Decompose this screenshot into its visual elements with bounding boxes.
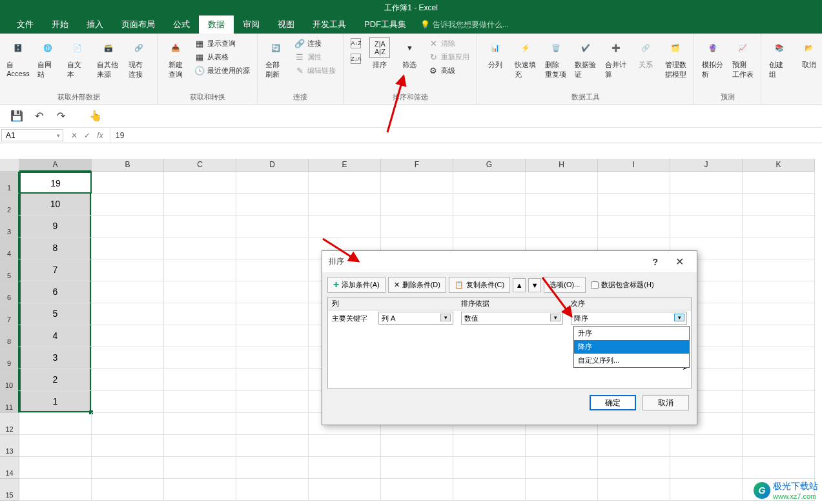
cell[interactable] bbox=[92, 259, 164, 281]
cell[interactable] bbox=[743, 259, 815, 281]
edit-links-button[interactable]: ✎编辑链接 bbox=[293, 65, 338, 76]
cell[interactable] bbox=[670, 457, 743, 479]
order-option-desc[interactable]: 降序 bbox=[574, 340, 689, 354]
cancel-formula-button[interactable]: ✕ bbox=[68, 131, 80, 140]
cell[interactable]: 8 bbox=[19, 237, 92, 259]
cell[interactable] bbox=[670, 172, 743, 194]
cell[interactable] bbox=[92, 479, 164, 501]
cell[interactable] bbox=[236, 281, 309, 303]
cell[interactable] bbox=[670, 479, 743, 501]
cell[interactable] bbox=[743, 391, 815, 413]
dialog-help-button[interactable]: ? bbox=[652, 257, 658, 267]
cell[interactable]: 2 bbox=[19, 369, 92, 391]
cell[interactable] bbox=[236, 194, 309, 216]
tab-data[interactable]: 数据 bbox=[199, 15, 234, 34]
connections-button[interactable]: 🔗连接 bbox=[293, 37, 338, 49]
sort-button[interactable]: Z|AA|Z排序 bbox=[367, 36, 393, 71]
group-button[interactable]: 📚创建组 bbox=[766, 36, 792, 81]
new-query-button[interactable]: 📥新建 查询 bbox=[163, 36, 189, 81]
cell[interactable] bbox=[236, 216, 309, 237]
save-button[interactable]: 💾 bbox=[9, 108, 25, 124]
cell[interactable] bbox=[92, 325, 164, 347]
cell[interactable] bbox=[743, 281, 815, 303]
cell[interactable] bbox=[164, 413, 236, 435]
cell[interactable] bbox=[236, 391, 309, 413]
forecast-sheet-button[interactable]: 📈预测 工作表 bbox=[730, 36, 755, 81]
row-header[interactable]: 4 bbox=[0, 237, 19, 259]
row-header[interactable]: 1 bbox=[0, 172, 19, 194]
tab-review[interactable]: 审阅 bbox=[234, 15, 269, 34]
col-header-K[interactable]: K bbox=[743, 159, 815, 172]
from-text-button[interactable]: 📄自文本 bbox=[65, 36, 90, 81]
cell[interactable] bbox=[453, 435, 526, 457]
tab-insert[interactable]: 插入 bbox=[77, 15, 112, 34]
cell[interactable] bbox=[453, 457, 526, 479]
cell[interactable] bbox=[164, 369, 236, 391]
cell[interactable] bbox=[670, 216, 743, 237]
cell[interactable] bbox=[453, 216, 526, 237]
cell[interactable] bbox=[164, 457, 236, 479]
cell[interactable] bbox=[743, 457, 815, 479]
cell[interactable] bbox=[164, 216, 236, 237]
checkbox-input[interactable] bbox=[591, 281, 599, 289]
cell[interactable] bbox=[743, 413, 815, 435]
cell[interactable] bbox=[526, 216, 598, 237]
cell[interactable]: 7 bbox=[19, 259, 92, 281]
tab-layout[interactable]: 页面布局 bbox=[112, 15, 164, 34]
undo-button[interactable]: ↶ bbox=[31, 108, 46, 124]
cell[interactable] bbox=[381, 194, 453, 216]
ok-button[interactable]: 确定 bbox=[590, 395, 636, 410]
col-header-H[interactable]: H bbox=[526, 159, 598, 172]
cell[interactable] bbox=[92, 457, 164, 479]
row-header[interactable]: 12 bbox=[0, 413, 19, 435]
existing-conn-button[interactable]: 🔗现有连接 bbox=[126, 36, 152, 81]
cell[interactable] bbox=[19, 413, 92, 435]
row-header[interactable]: 3 bbox=[0, 216, 19, 237]
whatif-button[interactable]: 🔮模拟分析 bbox=[699, 36, 726, 81]
cell[interactable] bbox=[92, 172, 164, 194]
data-validation-button[interactable]: ✔️数据验 证 bbox=[573, 36, 599, 81]
cell[interactable] bbox=[236, 457, 309, 479]
advanced-filter-button[interactable]: ⚙高级 bbox=[426, 65, 471, 76]
copy-level-button[interactable]: 📋复制条件(C) bbox=[449, 277, 510, 293]
cell[interactable] bbox=[164, 325, 236, 347]
cell[interactable] bbox=[598, 172, 670, 194]
accept-formula-button[interactable]: ✓ bbox=[81, 131, 93, 140]
cell[interactable]: 9 bbox=[19, 216, 92, 237]
row-header[interactable]: 15 bbox=[0, 479, 19, 501]
cell[interactable] bbox=[92, 391, 164, 413]
cell[interactable] bbox=[309, 457, 381, 479]
cell[interactable] bbox=[236, 347, 309, 369]
cell[interactable] bbox=[236, 435, 309, 457]
cell[interactable] bbox=[92, 216, 164, 237]
cell[interactable]: 10 bbox=[19, 194, 92, 216]
row-header[interactable]: 6 bbox=[0, 281, 19, 303]
row-header[interactable]: 9 bbox=[0, 347, 19, 369]
delete-level-button[interactable]: ✕删除条件(D) bbox=[388, 277, 446, 293]
text-to-cols-button[interactable]: 📊分列 bbox=[482, 36, 508, 71]
from-access-button[interactable]: 🗄️自 Access bbox=[5, 36, 31, 79]
show-queries-button[interactable]: ▦显示查询 bbox=[192, 37, 252, 49]
col-header-I[interactable]: I bbox=[598, 159, 670, 172]
cell[interactable] bbox=[164, 347, 236, 369]
cell[interactable] bbox=[381, 216, 453, 237]
cell[interactable] bbox=[92, 237, 164, 259]
col-header-B[interactable]: B bbox=[92, 159, 164, 172]
dialog-close-button[interactable]: ✕ bbox=[668, 251, 690, 273]
cell[interactable] bbox=[526, 194, 598, 216]
col-header-J[interactable]: J bbox=[670, 159, 743, 172]
row-header[interactable]: 13 bbox=[0, 435, 19, 457]
from-table-button[interactable]: ▦从表格 bbox=[192, 51, 252, 63]
formula-input[interactable]: 19 bbox=[110, 128, 822, 143]
fx-button[interactable]: fx bbox=[94, 131, 106, 140]
cell[interactable] bbox=[92, 281, 164, 303]
touch-mode-button[interactable]: 👆 bbox=[88, 108, 103, 124]
row-header[interactable]: 14 bbox=[0, 457, 19, 479]
cell[interactable] bbox=[743, 303, 815, 325]
cell[interactable] bbox=[743, 325, 815, 347]
from-web-button[interactable]: 🌐自网站 bbox=[35, 36, 61, 81]
cell[interactable] bbox=[743, 237, 815, 259]
cell[interactable] bbox=[19, 457, 92, 479]
cell[interactable] bbox=[743, 369, 815, 391]
tab-view[interactable]: 视图 bbox=[269, 15, 303, 34]
